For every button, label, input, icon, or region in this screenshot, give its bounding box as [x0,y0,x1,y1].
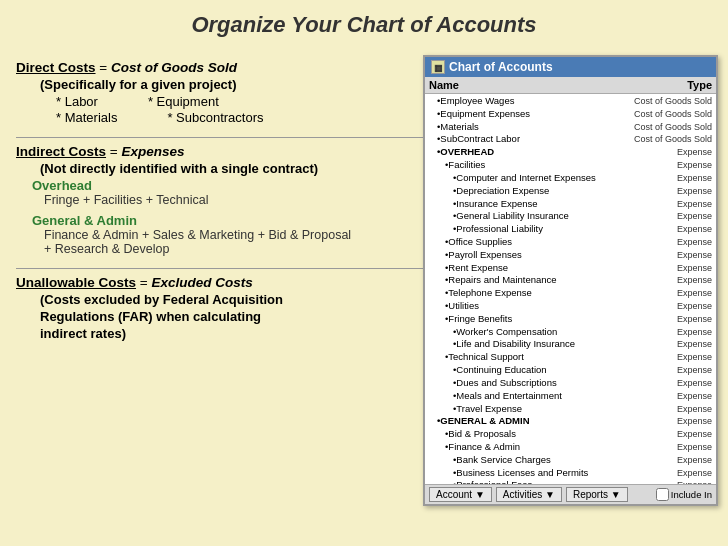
coa-row-type: Expense [677,159,712,172]
coa-row-type: Expense [677,236,712,249]
coa-footer: Account ▼Activities ▼Reports ▼Include In [425,484,716,504]
direct-costs-heading: Direct Costs = Cost of Goods Sold [16,60,426,75]
indirect-equals: = [106,144,121,159]
divider-2 [16,268,426,269]
coa-row: •OVERHEADExpense [425,146,716,159]
coa-row: •Office SuppliesExpense [425,236,716,249]
coa-row: •Depreciation ExpenseExpense [425,185,716,198]
coa-row: •FacilitiesExpense [425,159,716,172]
coa-row: •Finance & AdminExpense [425,441,716,454]
coa-row-type: Expense [677,351,712,364]
unallowable-equals: = [136,275,151,290]
coa-row: •Meals and EntertainmentExpense [425,390,716,403]
unallowable-sub2-text: Regulations (FAR) when calculating [40,309,261,324]
coa-row-type: Expense [677,172,712,185]
indirect-sub: (Not directly identified with a single c… [16,161,426,176]
coa-icon: ▦ [431,60,445,74]
indirect-costs-section: Indirect Costs = Expenses (Not directly … [16,144,426,256]
coa-row-type: Cost of Goods Sold [634,133,712,146]
coa-row-name: •Materials [429,121,634,134]
coa-row-type: Expense [677,479,712,484]
coa-row-type: Expense [677,249,712,262]
coa-row-type: Expense [677,287,712,300]
coa-row: •Dues and SubscriptionsExpense [425,377,716,390]
coa-row-type: Expense [677,428,712,441]
coa-row-type: Expense [677,377,712,390]
coa-row: •General Liability InsuranceExpense [425,210,716,223]
coa-row: •Telephone ExpenseExpense [425,287,716,300]
unallowable-sub3: indirect rates) [16,326,426,341]
coa-row-type: Expense [677,300,712,313]
coa-row-type: Expense [677,185,712,198]
coa-footer-btn[interactable]: Account ▼ [429,487,492,502]
page-title: Organize Your Chart of Accounts [16,12,712,38]
left-panel: Direct Costs = Cost of Goods Sold (Speci… [16,60,426,343]
coa-title: Chart of Accounts [449,60,553,74]
chart-of-accounts-panel: ▦ Chart of Accounts Name Type •Employee … [423,55,718,506]
coa-row: •Equipment ExpensesCost of Goods Sold [425,108,716,121]
coa-row: •Travel ExpenseExpense [425,403,716,416]
coa-row: •Life and Disability InsuranceExpense [425,338,716,351]
coa-row-type: Cost of Goods Sold [634,108,712,121]
coa-row: •Professional FeesExpense [425,479,716,484]
indirect-italic: Expenses [121,144,184,159]
coa-row-name: •Telephone Expense [429,287,677,300]
include-checkbox[interactable] [656,488,669,501]
coa-col-type: Type [687,79,712,91]
ga-sub2: + Research & Develop [16,242,426,256]
indirect-costs-label: Indirect Costs [16,144,106,159]
unallowable-section: Unallowable Costs = Excluded Costs (Cost… [16,275,426,341]
coa-row-name: •Life and Disability Insurance [429,338,677,351]
coa-row-type: Expense [677,403,712,416]
coa-row-name: •OVERHEAD [429,146,677,159]
unallowable-sub3-text: indirect rates) [40,326,126,341]
coa-row-name: •Facilities [429,159,677,172]
coa-row-name: •Equipment Expenses [429,108,634,121]
coa-footer-btn[interactable]: Reports ▼ [566,487,628,502]
coa-row-type: Expense [677,146,712,159]
direct-sub: (Specifically for a given project) [16,77,426,92]
coa-row: •SubContract LaborCost of Goods Sold [425,133,716,146]
coa-row-name: •Utilities [429,300,677,313]
coa-row-type: Expense [677,198,712,211]
coa-row-name: •Worker's Compensation [429,326,677,339]
coa-row: •Fringe BenefitsExpense [425,313,716,326]
divider-1 [16,137,426,138]
coa-row: •Technical SupportExpense [425,351,716,364]
coa-header: Name Type [425,77,716,94]
coa-row-name: •Business Licenses and Permits [429,467,677,480]
direct-items-row1: * Labor * Equipment [16,94,426,109]
coa-row: •Continuing EducationExpense [425,364,716,377]
coa-row-name: •Insurance Expense [429,198,677,211]
coa-row-name: •Payroll Expenses [429,249,677,262]
coa-row-type: Expense [677,274,712,287]
coa-row-type: Expense [677,262,712,275]
unallowable-heading: Unallowable Costs = Excluded Costs [16,275,426,290]
coa-footer-btn[interactable]: Activities ▼ [496,487,562,502]
coa-row-type: Expense [677,326,712,339]
indirect-costs-heading: Indirect Costs = Expenses [16,144,426,159]
coa-row-type: Cost of Goods Sold [634,121,712,134]
slide-container: Organize Your Chart of Accounts Direct C… [0,0,728,546]
coa-row-name: •Rent Expense [429,262,677,275]
coa-row: •Repairs and MaintenanceExpense [425,274,716,287]
coa-row-type: Cost of Goods Sold [634,95,712,108]
coa-row-name: •SubContract Labor [429,133,634,146]
coa-row-type: Expense [677,454,712,467]
coa-row: •Employee WagesCost of Goods Sold [425,95,716,108]
coa-row-type: Expense [677,467,712,480]
coa-row: •Bank Service ChargesExpense [425,454,716,467]
coa-row: •Rent ExpenseExpense [425,262,716,275]
coa-row-type: Expense [677,390,712,403]
coa-row-name: •Continuing Education [429,364,677,377]
unallowable-label: Unallowable Costs [16,275,136,290]
coa-row-name: •Technical Support [429,351,677,364]
unallowable-sub2: Regulations (FAR) when calculating [16,309,426,324]
unallowable-sub1-text: (Costs excluded by Federal Acquisition [40,292,283,307]
coa-col-name: Name [429,79,459,91]
coa-row-name: •General Liability Insurance [429,210,677,223]
overhead-sub: Fringe + Facilities + Technical [16,193,426,207]
coa-row-name: •Finance & Admin [429,441,677,454]
coa-row-name: •Repairs and Maintenance [429,274,677,287]
ga-title: General & Admin [16,213,426,228]
